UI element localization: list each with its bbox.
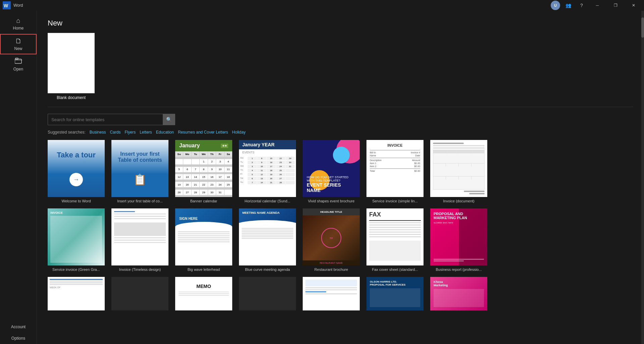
template-olson[interactable]: OLSON HARRIS LTD.PROPOSAL FOR SERVICES bbox=[366, 277, 424, 312]
template-invoice-doc-label: Invoice (document) bbox=[443, 199, 475, 203]
template-vivid-thumb: HOW DO YOU GET STARTED WITH THIS TEMPLAT… bbox=[303, 140, 360, 197]
template-blank2-thumb bbox=[111, 277, 168, 310]
suggested-letters[interactable]: Letters bbox=[140, 130, 152, 135]
inv-t-accent bbox=[114, 211, 135, 212]
rest-footer: RESTAURANT NAME bbox=[303, 260, 360, 265]
memo-line-2 bbox=[179, 293, 229, 294]
biz-subtitle: subtitle text here bbox=[434, 221, 484, 224]
template-olson-thumb: OLSON HARRIS LTD.PROPOSAL FOR SERVICES bbox=[366, 277, 424, 310]
restore-button[interactable]: ❐ bbox=[608, 0, 623, 11]
inv-doc-line-1 bbox=[433, 143, 464, 144]
template-calendar-horiz[interactable]: January YEAR EVENTS Mo18152229 Tu2916233… bbox=[239, 140, 296, 203]
tour-arrow-icon: → bbox=[69, 173, 83, 186]
bc-line-2 bbox=[242, 230, 293, 231]
minimize-button[interactable]: ─ bbox=[590, 0, 605, 11]
template-calendar-banner[interactable]: January ★★ SuMoTuWeThFrSa 1234 567891011… bbox=[175, 140, 232, 203]
bigwave-body bbox=[175, 229, 232, 265]
template-invoice-simple[interactable]: INVOICE Bill to:Invoice # NameDate Descr… bbox=[366, 140, 424, 203]
quote-line-2 bbox=[305, 289, 357, 290]
user-avatar[interactable]: U bbox=[551, 1, 560, 10]
template-memo[interactable]: MEMO bbox=[175, 277, 232, 312]
template-vivid[interactable]: HOW DO YOU GET STARTED WITH THIS TEMPLAT… bbox=[303, 140, 360, 203]
rest-header: HEADLINE TITLE bbox=[303, 208, 360, 215]
bc-line-5 bbox=[242, 235, 293, 236]
suggested-resumes[interactable]: Resumes and Cover Letters bbox=[178, 130, 228, 135]
sidebar-account-label: Account bbox=[11, 325, 26, 329]
inv-green-header: INVOICE bbox=[50, 211, 102, 214]
sidebar-item-account[interactable]: Account bbox=[0, 321, 37, 333]
blank-doc-section: Blank document bbox=[48, 33, 633, 100]
sidebar-item-new[interactable]: 🗋 New bbox=[0, 34, 37, 54]
template-fax[interactable]: FAX Fax cover sheet (standard... bbox=[366, 208, 424, 272]
template-bigwave-label: Big wave letterhead bbox=[188, 267, 220, 272]
template-invoice-simple-label: Service invoice (simple lin... bbox=[372, 199, 418, 203]
template-fax-thumb: FAX bbox=[366, 208, 424, 265]
khosa-title: KhosaMarketing bbox=[434, 280, 484, 287]
templates-row-3: WEEK OF MEMO bbox=[48, 277, 633, 312]
template-week[interactable]: WEEK OF bbox=[48, 277, 105, 312]
template-bizreport-thumb: PROPOSAL AND MARKETING PLAN subtitle tex… bbox=[430, 208, 487, 265]
divider bbox=[48, 107, 633, 107]
inv-t-line-2 bbox=[114, 216, 166, 217]
close-button[interactable]: ✕ bbox=[626, 0, 641, 11]
sidebar-item-open[interactable]: Open bbox=[0, 54, 37, 75]
bigwave-header: SIGN HERE bbox=[175, 208, 232, 229]
template-bizreport[interactable]: PROPOSAL AND MARKETING PLAN subtitle tex… bbox=[430, 208, 487, 272]
template-toc-label: Insert your first table of co... bbox=[117, 199, 163, 203]
search-button[interactable]: 🔍 bbox=[163, 114, 175, 125]
inv-line-2 bbox=[370, 158, 420, 158]
bc-line-1 bbox=[242, 228, 293, 229]
fax-line-1 bbox=[369, 220, 421, 221]
vivid-how-text: HOW DO YOU GET STARTED WITH THIS TEMPLAT… bbox=[307, 176, 356, 182]
suggested-flyers[interactable]: Flyers bbox=[125, 130, 136, 135]
template-blank2[interactable] bbox=[111, 277, 168, 312]
bc-line-4 bbox=[242, 233, 293, 234]
svg-rect-3 bbox=[15, 58, 18, 59]
fax-body-2 bbox=[369, 225, 421, 226]
sidebar-new-label: New bbox=[14, 46, 22, 51]
fax-body-6 bbox=[369, 234, 421, 235]
cal-year-badge: ★★ bbox=[221, 144, 228, 148]
quote-header bbox=[305, 280, 357, 286]
suggested-holiday[interactable]: Holiday bbox=[232, 130, 246, 135]
template-invoice-doc[interactable]: Invoice (document) bbox=[430, 140, 487, 203]
template-invoice-green[interactable]: INVOICE Service invoice (Green Gra... bbox=[48, 208, 105, 272]
template-invoice-doc-thumb bbox=[430, 140, 487, 197]
svg-text:W: W bbox=[4, 3, 8, 8]
memo-lines bbox=[179, 292, 229, 296]
rest-circle: 🍽 bbox=[321, 228, 341, 248]
help-icon[interactable]: ? bbox=[576, 0, 587, 11]
suggested-cards[interactable]: Cards bbox=[110, 130, 120, 135]
template-khosa[interactable]: KhosaMarketing bbox=[430, 277, 487, 312]
sidebar-item-options[interactable]: Options bbox=[0, 333, 37, 344]
blank-document-thumb[interactable] bbox=[48, 33, 95, 93]
template-fax-label: Fax cover sheet (standard... bbox=[372, 267, 418, 272]
template-restaurant[interactable]: HEADLINE TITLE 🍽 RESTAURANT NAME Restaur… bbox=[303, 208, 360, 272]
fax-title: FAX bbox=[369, 211, 421, 218]
template-invoice-timeless[interactable]: Invoice (Timeless design) bbox=[111, 208, 168, 272]
template-invoice-green-label: Service invoice (Green Gra... bbox=[52, 267, 100, 272]
search-input[interactable] bbox=[48, 115, 163, 124]
suggested-business[interactable]: Business bbox=[90, 130, 106, 135]
quote-line-1 bbox=[305, 287, 357, 288]
scrollbar-thumb[interactable] bbox=[641, 17, 644, 38]
suggested-education[interactable]: Education bbox=[156, 130, 174, 135]
main-content: New Blank document 🔍 Suggested searches:… bbox=[37, 11, 644, 344]
quote-accent bbox=[305, 291, 326, 292]
template-bluecurve[interactable]: MEETING NAME AGENDA Blue cur bbox=[239, 208, 296, 272]
template-restaurant-label: Restaurant brochure bbox=[314, 267, 348, 272]
people-icon[interactable]: 👥 bbox=[563, 0, 574, 11]
scrollbar-track[interactable] bbox=[641, 11, 644, 344]
sidebar: ⌂ Home 🗋 New Open Account Options bbox=[0, 11, 37, 344]
template-quote[interactable] bbox=[303, 277, 360, 312]
template-bigwave[interactable]: SIGN HERE Big wave letterhea bbox=[175, 208, 232, 272]
template-tour[interactable]: Take a tour → Welcome to Word bbox=[48, 140, 105, 203]
app-body: ⌂ Home 🗋 New Open Account Options bbox=[0, 11, 644, 344]
memo-title: MEMO bbox=[196, 284, 211, 289]
template-toc[interactable]: Insert your first Table of contents 📋 In… bbox=[111, 140, 168, 203]
fax-body-7 bbox=[369, 236, 421, 237]
suggested-label: Suggested searches: bbox=[48, 130, 86, 135]
sidebar-item-home[interactable]: ⌂ Home bbox=[0, 13, 37, 34]
sidebar-open-label: Open bbox=[13, 67, 23, 71]
template-blank3[interactable] bbox=[239, 277, 296, 312]
